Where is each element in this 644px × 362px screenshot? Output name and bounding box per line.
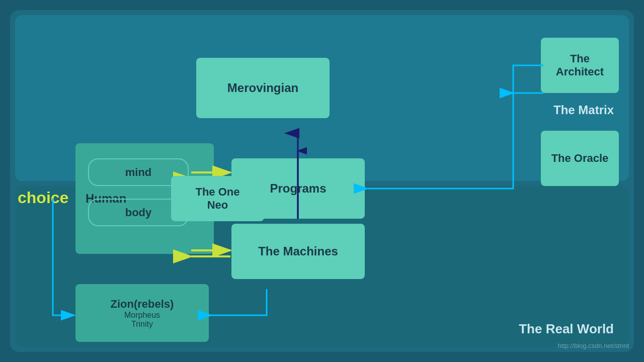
zion-box: Zion(rebels) Morpheus Trinity — [75, 284, 209, 342]
main-diagram: The Matrix The Real World TheArchitect T… — [10, 10, 634, 352]
merovingian-label: Merovingian — [227, 81, 298, 95]
oracle-label: The Oracle — [551, 152, 609, 165]
matrix-label: The Matrix — [553, 103, 614, 117]
programs-label: Programs — [270, 182, 326, 196]
choice-label: choice — [18, 189, 68, 207]
watermark: http://blog.csdn.net/strint — [557, 342, 629, 349]
neo-box: The OneNeo — [171, 176, 264, 221]
oracle-box: The Oracle — [541, 131, 619, 186]
realworld-label: The Real World — [519, 321, 614, 337]
zion-sub1: Morpheus — [124, 311, 160, 320]
architect-label: TheArchitect — [556, 52, 604, 78]
merovingian-box: Merovingian — [196, 58, 330, 118]
body-label: body — [125, 206, 152, 219]
architect-box: TheArchitect — [541, 38, 619, 93]
mind-label: mind — [125, 166, 152, 179]
machines-label: The Machines — [258, 244, 338, 258]
zion-sub2: Trinity — [131, 320, 153, 329]
zion-label: Zion(rebels) — [111, 298, 174, 311]
machines-box: The Machines — [231, 224, 365, 279]
neo-label: The OneNeo — [195, 186, 239, 212]
